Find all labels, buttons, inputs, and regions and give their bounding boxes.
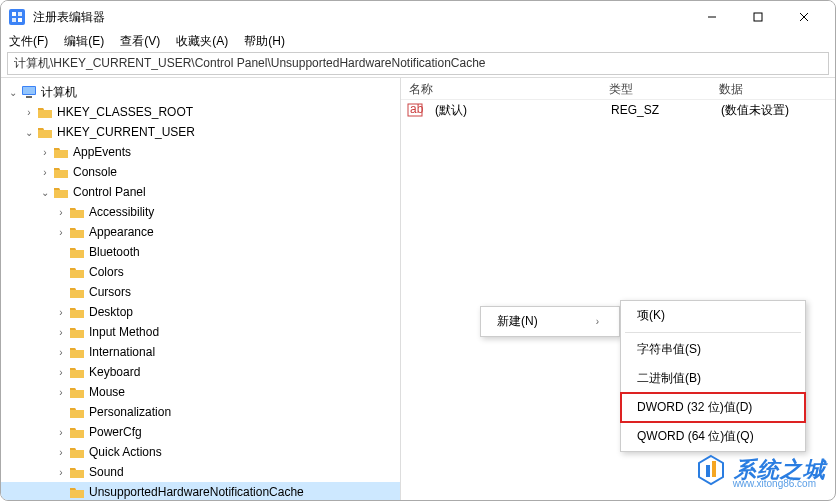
col-name[interactable]: 名称 (401, 78, 601, 99)
tree-item[interactable]: Cursors (1, 282, 400, 302)
chevron-icon[interactable]: › (53, 427, 69, 438)
tree-item[interactable]: Personalization (1, 402, 400, 422)
string-value-icon: ab (407, 103, 423, 117)
close-button[interactable] (781, 1, 827, 33)
tree-hkcu[interactable]: ⌄ HKEY_CURRENT_USER (1, 122, 400, 142)
folder-icon (69, 265, 85, 279)
tree-item[interactable]: UnsupportedHardwareNotificationCache (1, 482, 400, 501)
maximize-button[interactable] (735, 1, 781, 33)
svg-rect-10 (23, 87, 35, 94)
folder-icon (53, 145, 69, 159)
tree-item[interactable]: ›Accessibility (1, 202, 400, 222)
col-type[interactable]: 类型 (601, 78, 711, 99)
svg-rect-3 (12, 18, 16, 22)
tree-item[interactable]: Bluetooth (1, 242, 400, 262)
menu-view[interactable]: 查看(V) (120, 33, 160, 50)
chevron-icon[interactable]: › (53, 387, 69, 398)
svg-rect-14 (706, 465, 710, 477)
watermark: 系统之城 www.xitong86.com (694, 453, 826, 487)
menu-new-binary[interactable]: 二进制值(B) (621, 364, 805, 393)
window-title: 注册表编辑器 (33, 9, 689, 26)
minimize-button[interactable] (689, 1, 735, 33)
folder-icon (69, 445, 85, 459)
menu-new-string[interactable]: 字符串值(S) (621, 335, 805, 364)
tree-item[interactable]: ›International (1, 342, 400, 362)
folder-icon (69, 465, 85, 479)
tree-item[interactable]: ›Keyboard (1, 362, 400, 382)
tree-item[interactable]: ›Mouse (1, 382, 400, 402)
folder-icon (37, 105, 53, 119)
context-submenu[interactable]: 项(K) 字符串值(S) 二进制值(B) DWORD (32 位)值(D) QW… (620, 300, 806, 452)
titlebar: 注册表编辑器 (1, 1, 835, 33)
menu-favorites[interactable]: 收藏夹(A) (176, 33, 228, 50)
tree-item[interactable]: ›Desktop (1, 302, 400, 322)
tree-view[interactable]: ⌄ 计算机 › HKEY_CLASSES_ROOT ⌄ HKEY_CURRENT… (1, 78, 401, 501)
tree-item[interactable]: ›Console (1, 162, 400, 182)
address-bar[interactable]: 计算机\HKEY_CURRENT_USER\Control Panel\Unsu… (7, 52, 829, 75)
watermark-icon (694, 453, 728, 487)
chevron-icon[interactable]: › (53, 367, 69, 378)
tree-item[interactable]: ⌄Control Panel (1, 182, 400, 202)
menu-edit[interactable]: 编辑(E) (64, 33, 104, 50)
menu-file[interactable]: 文件(F) (9, 33, 48, 50)
tree-item[interactable]: ›Appearance (1, 222, 400, 242)
tree-item[interactable]: ›Input Method (1, 322, 400, 342)
tree-item[interactable]: ›PowerCfg (1, 422, 400, 442)
chevron-icon[interactable]: › (53, 467, 69, 478)
folder-icon (69, 405, 85, 419)
menu-new[interactable]: 新建(N) › (481, 307, 619, 336)
menu-separator (625, 332, 801, 333)
folder-icon (69, 305, 85, 319)
folder-icon (69, 345, 85, 359)
svg-rect-11 (26, 96, 32, 98)
folder-icon (69, 385, 85, 399)
folder-icon (69, 325, 85, 339)
menu-new-dword[interactable]: DWORD (32 位)值(D) (621, 393, 805, 422)
tree-hkcr[interactable]: › HKEY_CLASSES_ROOT (1, 102, 400, 122)
menubar: 文件(F) 编辑(E) 查看(V) 收藏夹(A) 帮助(H) (1, 33, 835, 50)
folder-icon (37, 125, 53, 139)
chevron-icon[interactable]: › (37, 147, 53, 158)
chevron-icon[interactable]: › (53, 227, 69, 238)
svg-rect-6 (754, 13, 762, 21)
chevron-right-icon: › (596, 316, 599, 327)
menu-help[interactable]: 帮助(H) (244, 33, 285, 50)
folder-icon (69, 245, 85, 259)
folder-icon (53, 185, 69, 199)
menu-new-qword[interactable]: QWORD (64 位)值(Q) (621, 422, 805, 451)
chevron-down-icon[interactable]: ⌄ (5, 87, 21, 98)
svg-rect-2 (18, 12, 22, 16)
folder-icon (69, 225, 85, 239)
tree-item[interactable]: Colors (1, 262, 400, 282)
address-text: 计算机\HKEY_CURRENT_USER\Control Panel\Unsu… (14, 55, 486, 72)
folder-icon (69, 485, 85, 499)
context-menu[interactable]: 新建(N) › (480, 306, 620, 337)
chevron-icon[interactable]: › (53, 307, 69, 318)
chevron-icon[interactable]: › (53, 347, 69, 358)
svg-rect-15 (712, 461, 716, 477)
col-data[interactable]: 数据 (711, 78, 835, 99)
chevron-icon[interactable]: › (53, 327, 69, 338)
computer-icon (21, 85, 37, 99)
tree-item[interactable]: ›AppEvents (1, 142, 400, 162)
chevron-down-icon[interactable]: ⌄ (21, 127, 37, 138)
folder-icon (69, 205, 85, 219)
folder-icon (53, 165, 69, 179)
chevron-icon[interactable]: ⌄ (37, 187, 53, 198)
chevron-icon[interactable]: › (53, 207, 69, 218)
folder-icon (69, 365, 85, 379)
chevron-right-icon[interactable]: › (21, 107, 37, 118)
tree-root[interactable]: ⌄ 计算机 (1, 82, 400, 102)
chevron-icon[interactable]: › (37, 167, 53, 178)
tree-item[interactable]: ›Quick Actions (1, 442, 400, 462)
folder-icon (69, 425, 85, 439)
list-header: 名称 类型 数据 (401, 78, 835, 100)
chevron-icon[interactable]: › (53, 447, 69, 458)
list-row[interactable]: ab (默认) REG_SZ (数值未设置) (401, 100, 835, 120)
menu-new-key[interactable]: 项(K) (621, 301, 805, 330)
svg-text:ab: ab (410, 103, 423, 116)
svg-rect-1 (12, 12, 16, 16)
app-icon (9, 9, 25, 25)
folder-icon (69, 285, 85, 299)
tree-item[interactable]: ›Sound (1, 462, 400, 482)
